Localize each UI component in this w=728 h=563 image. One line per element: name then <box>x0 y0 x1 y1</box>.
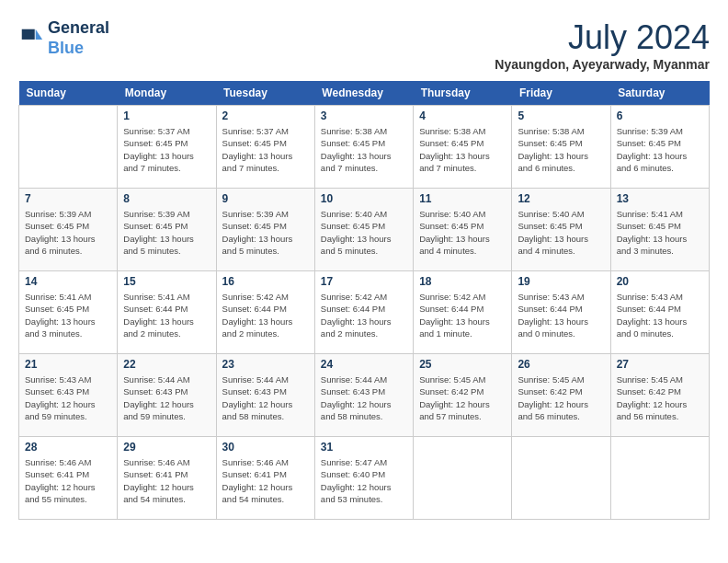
day-info: Sunrise: 5:45 AM Sunset: 6:42 PM Dayligh… <box>518 373 604 422</box>
calendar-cell: 19Sunrise: 5:43 AM Sunset: 6:44 PM Dayli… <box>512 271 610 354</box>
day-number: 16 <box>222 275 309 288</box>
calendar-cell: 7Sunrise: 5:39 AM Sunset: 6:45 PM Daylig… <box>19 189 118 271</box>
calendar-body: 1Sunrise: 5:37 AM Sunset: 6:45 PM Daylig… <box>19 106 710 520</box>
day-number: 1 <box>123 109 210 122</box>
calendar-week-5: 28Sunrise: 5:46 AM Sunset: 6:41 PM Dayli… <box>19 437 710 520</box>
calendar-cell: 14Sunrise: 5:41 AM Sunset: 6:45 PM Dayli… <box>19 271 118 354</box>
calendar-cell: 10Sunrise: 5:40 AM Sunset: 6:45 PM Dayli… <box>314 189 413 271</box>
day-number: 8 <box>123 192 210 205</box>
day-number: 15 <box>123 275 210 288</box>
day-info: Sunrise: 5:41 AM Sunset: 6:45 PM Dayligh… <box>617 208 703 257</box>
weekday-header-tuesday: Tuesday <box>216 81 314 106</box>
day-number: 30 <box>222 441 309 454</box>
page-header: General Blue July 2024 Nyaungdon, Ayeyar… <box>18 18 710 72</box>
day-info: Sunrise: 5:42 AM Sunset: 6:44 PM Dayligh… <box>321 291 407 339</box>
calendar-week-4: 21Sunrise: 5:43 AM Sunset: 6:43 PM Dayli… <box>19 354 710 437</box>
day-info: Sunrise: 5:37 AM Sunset: 6:45 PM Dayligh… <box>222 125 309 174</box>
day-number: 17 <box>321 275 407 288</box>
day-info: Sunrise: 5:45 AM Sunset: 6:42 PM Dayligh… <box>419 373 506 422</box>
calendar-cell: 1Sunrise: 5:37 AM Sunset: 6:45 PM Daylig… <box>118 106 216 189</box>
calendar-week-3: 14Sunrise: 5:41 AM Sunset: 6:45 PM Dayli… <box>19 271 710 354</box>
calendar-cell: 15Sunrise: 5:41 AM Sunset: 6:44 PM Dayli… <box>118 271 216 354</box>
calendar-cell: 18Sunrise: 5:42 AM Sunset: 6:44 PM Dayli… <box>414 271 512 354</box>
logo-line2: Blue <box>48 39 109 59</box>
calendar-cell: 8Sunrise: 5:39 AM Sunset: 6:45 PM Daylig… <box>118 189 216 271</box>
month-year: July 2024 <box>495 18 710 57</box>
svg-rect-1 <box>22 29 35 39</box>
day-number: 12 <box>518 192 604 205</box>
day-number: 2 <box>222 109 309 122</box>
calendar-cell: 31Sunrise: 5:47 AM Sunset: 6:40 PM Dayli… <box>314 437 413 520</box>
calendar-cell: 17Sunrise: 5:42 AM Sunset: 6:44 PM Dayli… <box>314 271 413 354</box>
weekday-header-sunday: Sunday <box>19 81 118 106</box>
day-info: Sunrise: 5:37 AM Sunset: 6:45 PM Dayligh… <box>123 125 210 174</box>
day-number: 24 <box>321 358 407 371</box>
day-number: 25 <box>419 358 506 371</box>
location: Nyaungdon, Ayeyarwady, Myanmar <box>495 57 710 72</box>
calendar-cell <box>512 437 610 520</box>
day-info: Sunrise: 5:40 AM Sunset: 6:45 PM Dayligh… <box>518 208 604 257</box>
calendar-week-1: 1Sunrise: 5:37 AM Sunset: 6:45 PM Daylig… <box>19 106 710 189</box>
day-number: 19 <box>518 275 604 288</box>
calendar-cell: 9Sunrise: 5:39 AM Sunset: 6:45 PM Daylig… <box>216 189 314 271</box>
day-info: Sunrise: 5:40 AM Sunset: 6:45 PM Dayligh… <box>419 208 506 257</box>
calendar-cell: 3Sunrise: 5:38 AM Sunset: 6:45 PM Daylig… <box>314 106 413 189</box>
title-block: July 2024 Nyaungdon, Ayeyarwady, Myanmar <box>495 18 710 72</box>
weekday-header-wednesday: Wednesday <box>314 81 413 106</box>
calendar-cell: 22Sunrise: 5:44 AM Sunset: 6:43 PM Dayli… <box>118 354 216 437</box>
day-info: Sunrise: 5:44 AM Sunset: 6:43 PM Dayligh… <box>222 373 309 422</box>
calendar-cell: 27Sunrise: 5:45 AM Sunset: 6:42 PM Dayli… <box>610 354 709 437</box>
logo-line1: General <box>48 18 109 39</box>
day-info: Sunrise: 5:42 AM Sunset: 6:44 PM Dayligh… <box>419 291 506 339</box>
day-info: Sunrise: 5:44 AM Sunset: 6:43 PM Dayligh… <box>321 373 407 422</box>
logo-text: General Blue <box>48 18 109 58</box>
day-number: 5 <box>518 109 604 122</box>
day-info: Sunrise: 5:46 AM Sunset: 6:41 PM Dayligh… <box>25 456 111 505</box>
day-number: 23 <box>222 358 309 371</box>
day-number: 10 <box>321 192 407 205</box>
calendar-cell: 21Sunrise: 5:43 AM Sunset: 6:43 PM Dayli… <box>19 354 118 437</box>
day-number: 6 <box>617 109 703 122</box>
day-info: Sunrise: 5:41 AM Sunset: 6:45 PM Dayligh… <box>25 291 111 339</box>
calendar-cell: 24Sunrise: 5:44 AM Sunset: 6:43 PM Dayli… <box>314 354 413 437</box>
svg-marker-0 <box>36 29 42 39</box>
logo: General Blue <box>18 18 109 58</box>
calendar-cell: 29Sunrise: 5:46 AM Sunset: 6:41 PM Dayli… <box>118 437 216 520</box>
weekday-row: SundayMondayTuesdayWednesdayThursdayFrid… <box>19 81 710 106</box>
weekday-header-friday: Friday <box>512 81 610 106</box>
calendar-cell: 16Sunrise: 5:42 AM Sunset: 6:44 PM Dayli… <box>216 271 314 354</box>
day-number: 14 <box>25 275 111 288</box>
calendar-cell: 6Sunrise: 5:39 AM Sunset: 6:45 PM Daylig… <box>610 106 709 189</box>
day-info: Sunrise: 5:39 AM Sunset: 6:45 PM Dayligh… <box>617 125 703 174</box>
day-number: 13 <box>617 192 703 205</box>
day-info: Sunrise: 5:44 AM Sunset: 6:43 PM Dayligh… <box>123 373 210 422</box>
calendar-cell: 5Sunrise: 5:38 AM Sunset: 6:45 PM Daylig… <box>512 106 610 189</box>
day-info: Sunrise: 5:39 AM Sunset: 6:45 PM Dayligh… <box>222 208 309 257</box>
calendar-table: SundayMondayTuesdayWednesdayThursdayFrid… <box>18 81 710 520</box>
day-info: Sunrise: 5:43 AM Sunset: 6:44 PM Dayligh… <box>518 291 604 339</box>
day-info: Sunrise: 5:38 AM Sunset: 6:45 PM Dayligh… <box>419 125 506 174</box>
day-number: 27 <box>617 358 703 371</box>
weekday-header-monday: Monday <box>118 81 216 106</box>
calendar-cell: 20Sunrise: 5:43 AM Sunset: 6:44 PM Dayli… <box>610 271 709 354</box>
day-info: Sunrise: 5:38 AM Sunset: 6:45 PM Dayligh… <box>321 125 407 174</box>
day-info: Sunrise: 5:45 AM Sunset: 6:42 PM Dayligh… <box>617 373 703 422</box>
day-number: 20 <box>617 275 703 288</box>
day-info: Sunrise: 5:46 AM Sunset: 6:41 PM Dayligh… <box>123 456 210 505</box>
day-number: 21 <box>25 358 111 371</box>
calendar-cell: 30Sunrise: 5:46 AM Sunset: 6:41 PM Dayli… <box>216 437 314 520</box>
day-number: 29 <box>123 441 210 454</box>
day-info: Sunrise: 5:43 AM Sunset: 6:43 PM Dayligh… <box>25 373 111 422</box>
calendar-cell: 2Sunrise: 5:37 AM Sunset: 6:45 PM Daylig… <box>216 106 314 189</box>
logo-icon <box>18 26 44 52</box>
calendar-cell <box>414 437 512 520</box>
day-number: 11 <box>419 192 506 205</box>
calendar-cell: 4Sunrise: 5:38 AM Sunset: 6:45 PM Daylig… <box>414 106 512 189</box>
day-info: Sunrise: 5:47 AM Sunset: 6:40 PM Dayligh… <box>321 456 407 505</box>
day-number: 26 <box>518 358 604 371</box>
calendar-cell: 12Sunrise: 5:40 AM Sunset: 6:45 PM Dayli… <box>512 189 610 271</box>
day-number: 7 <box>25 192 111 205</box>
day-info: Sunrise: 5:39 AM Sunset: 6:45 PM Dayligh… <box>25 208 111 257</box>
day-number: 18 <box>419 275 506 288</box>
day-info: Sunrise: 5:40 AM Sunset: 6:45 PM Dayligh… <box>321 208 407 257</box>
